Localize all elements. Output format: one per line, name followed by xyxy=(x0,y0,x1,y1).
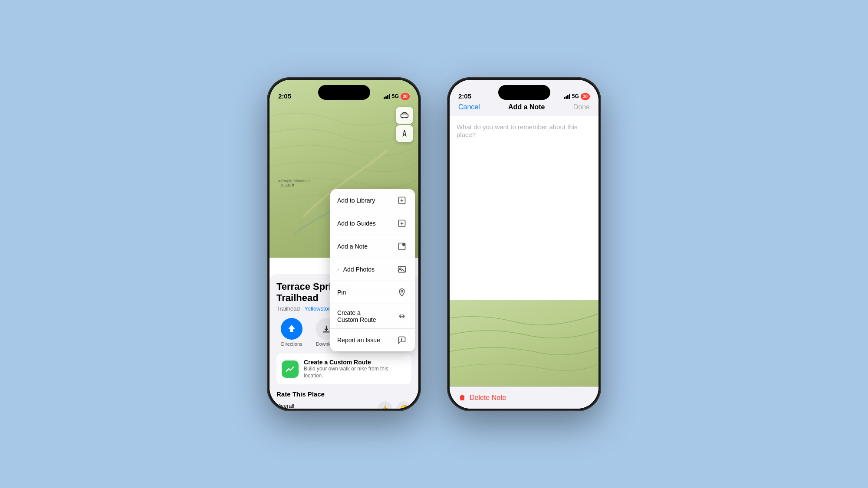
map-preview-svg xyxy=(450,300,598,386)
note-body[interactable]: What do you want to remember about this … xyxy=(450,116,598,300)
dynamic-island xyxy=(318,85,370,100)
thumbs-up-button[interactable]: 👍 xyxy=(378,401,392,408)
svg-point-2 xyxy=(406,117,407,118)
menu-item-add-library[interactable]: Add to Library xyxy=(330,189,415,212)
menu-label-add-photos: Add Photos xyxy=(343,266,375,273)
status-icons-2: 5G 20 xyxy=(564,93,590,100)
location-button[interactable] xyxy=(396,125,413,142)
note-screen: 2:05 5G 20 Cancel Add a Note Done xyxy=(450,80,598,409)
route-title: Create a Custom Route xyxy=(304,359,406,366)
rate-section: Rate This Place Overall No ratings 👍 👎 xyxy=(276,390,411,408)
maps-screen: 2:05 5G 20 xyxy=(270,80,418,409)
route-description: Build your own walk or hike from this lo… xyxy=(304,366,406,379)
thumbs-down-button[interactable]: 👎 xyxy=(397,401,411,408)
menu-item-report-issue[interactable]: Report an Issue ! xyxy=(330,329,415,351)
add-guides-icon xyxy=(396,217,408,229)
map-preview xyxy=(450,300,598,386)
menu-label-add-library: Add to Library xyxy=(337,197,375,204)
svg-point-10 xyxy=(401,290,403,292)
add-note-icon: + xyxy=(396,240,408,252)
status-time-2: 2:05 xyxy=(458,92,471,100)
menu-item-add-guides[interactable]: Add to Guides xyxy=(330,212,415,235)
mountain-label: Purple Mountain8,501 ft xyxy=(278,179,310,187)
menu-item-add-note[interactable]: Add a Note + xyxy=(330,235,415,258)
status-time: 2:05 xyxy=(278,92,291,100)
menu-label-add-note: Add a Note xyxy=(337,243,368,250)
chevron-icon: › xyxy=(337,267,339,272)
route-text: Create a Custom Route Build your own wal… xyxy=(304,359,406,379)
menu-item-custom-route[interactable]: Create aCustom Route xyxy=(330,304,415,329)
network-type: 5G xyxy=(392,93,399,99)
note-screen-title: Add a Note xyxy=(508,103,545,111)
status-icons: 5G 20 xyxy=(384,93,410,100)
place-location-link[interactable]: Yellowstone xyxy=(304,305,334,312)
phone-note: 2:05 5G 20 Cancel Add a Note Done xyxy=(447,77,601,411)
context-menu: Add to Library Add to Guides xyxy=(330,189,415,351)
directions-label: Directions xyxy=(281,341,302,347)
menu-label-pin: Pin xyxy=(337,289,346,296)
notification-badge-2: 20 xyxy=(581,93,590,100)
status-bar-2: 2:05 5G 20 xyxy=(450,80,598,103)
done-button[interactable]: Done xyxy=(573,103,590,111)
menu-label-custom-route: Create aCustom Route xyxy=(337,309,376,323)
signal-bars xyxy=(384,94,390,99)
delete-note-button[interactable]: Delete Note xyxy=(458,394,590,402)
delete-note-label: Delete Note xyxy=(470,394,506,402)
map-controls xyxy=(396,107,413,142)
menu-label-add-guides: Add to Guides xyxy=(337,220,376,227)
custom-route-icon xyxy=(396,310,408,322)
rate-label: Overall xyxy=(276,403,300,409)
report-issue-icon: ! xyxy=(396,334,408,346)
note-placeholder: What do you want to remember about this … xyxy=(457,123,577,138)
svg-rect-0 xyxy=(401,114,408,117)
pin-icon xyxy=(396,286,408,298)
svg-text:!: ! xyxy=(401,338,402,341)
signal-bars-2 xyxy=(564,94,570,99)
rate-info: Overall No ratings xyxy=(276,403,300,409)
network-type-2: 5G xyxy=(572,93,579,99)
delete-note-section: Delete Note xyxy=(450,386,598,409)
rate-title: Rate This Place xyxy=(276,390,411,398)
directions-action[interactable]: Directions xyxy=(276,318,307,347)
svg-text:+: + xyxy=(403,243,405,246)
menu-label-report-issue: Report an Issue xyxy=(337,337,380,344)
thumb-buttons: 👍 👎 xyxy=(378,401,411,408)
note-layout: Cancel Add a Note Done What do you want … xyxy=(450,80,598,409)
phone-maps: 2:05 5G 20 xyxy=(267,77,421,411)
cancel-button[interactable]: Cancel xyxy=(458,103,480,111)
rate-row: Overall No ratings 👍 👎 xyxy=(276,401,411,408)
svg-point-1 xyxy=(402,117,403,118)
add-photos-icon xyxy=(396,263,408,275)
car-view-button[interactable] xyxy=(396,107,413,124)
menu-item-add-photos[interactable]: › Add Photos xyxy=(330,258,415,281)
custom-route-card[interactable]: Create a Custom Route Build your own wal… xyxy=(276,354,411,384)
add-library-icon xyxy=(396,194,408,206)
directions-icon-circle xyxy=(281,318,302,340)
trash-icon xyxy=(458,394,466,402)
notification-badge: 20 xyxy=(401,93,410,100)
menu-item-pin[interactable]: Pin xyxy=(330,281,415,304)
route-icon xyxy=(282,360,299,378)
